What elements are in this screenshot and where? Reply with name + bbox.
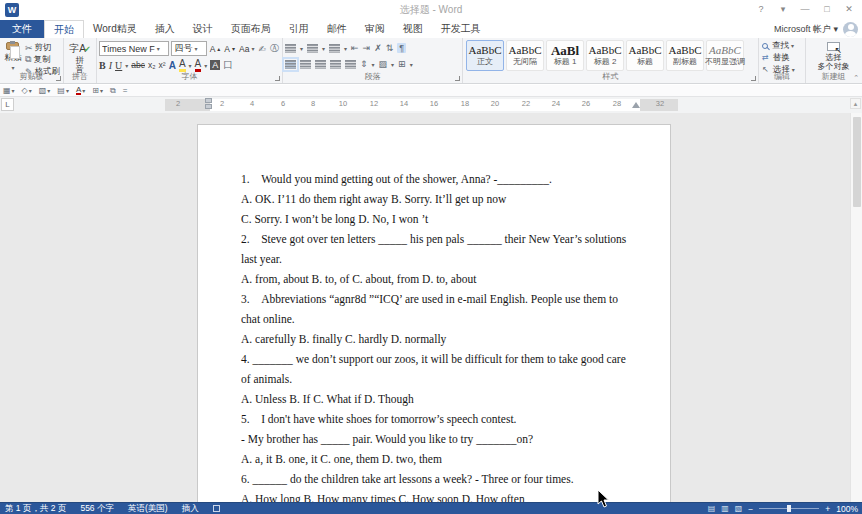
zoom-percentage[interactable]: 100% xyxy=(836,504,858,514)
superscript-button[interactable]: x² xyxy=(159,60,166,70)
page-button[interactable]: ▤▾ xyxy=(57,86,69,95)
multilevel-list-button[interactable] xyxy=(329,44,340,53)
style-normal[interactable]: AaBbC 正文 xyxy=(466,40,504,71)
styles-dialog-launcher[interactable] xyxy=(751,76,756,81)
font-size-select[interactable]: 四号▾ xyxy=(171,41,206,56)
style-heading1[interactable]: AaBl 标题 1 xyxy=(546,40,584,71)
maximize-button[interactable]: □ xyxy=(816,0,838,18)
paste-dropdown-caret[interactable]: ▾ xyxy=(11,64,14,71)
tab-word-wizard[interactable]: Word精灵 xyxy=(84,20,146,38)
replace-button[interactable]: ⇄替换 xyxy=(761,52,803,63)
style-subtle-emphasis[interactable]: AaBbC 不明显强调 xyxy=(706,40,744,71)
tab-file[interactable]: 文件 xyxy=(0,20,44,38)
tab-mailings[interactable]: 邮件 xyxy=(318,20,356,38)
insert-mode-indicator[interactable]: 插入 xyxy=(182,503,199,514)
tab-page-layout[interactable]: 页面布局 xyxy=(222,20,280,38)
hanging-indent-marker[interactable] xyxy=(205,104,212,109)
numbering-button[interactable] xyxy=(307,44,318,53)
doc-line[interactable]: last year. xyxy=(241,249,651,269)
print-layout-icon[interactable]: ▥ xyxy=(721,504,729,513)
select-multiple-objects-button[interactable]: 选择 多个对象 xyxy=(818,53,850,71)
macro-record-icon[interactable] xyxy=(213,505,220,512)
underline-button[interactable]: U xyxy=(115,60,122,71)
doc-line[interactable]: A. OK. I’11 do them right away B. Sorry.… xyxy=(241,189,651,209)
draw-table-button[interactable]: ▦▾ xyxy=(3,86,15,95)
close-button[interactable]: ✕ xyxy=(838,0,860,18)
tab-developer[interactable]: 开发工具 xyxy=(432,20,490,38)
doc-line[interactable]: 2. Steve got over ten letters _____ his … xyxy=(241,229,651,249)
zoom-out-button[interactable]: − xyxy=(748,504,753,514)
doc-line[interactable]: 3. Abbreviations “agnr8d ”“ICQ’ are used… xyxy=(241,289,651,309)
font-color-button[interactable]: A xyxy=(195,59,202,72)
italic-button[interactable]: I xyxy=(109,60,112,71)
first-line-indent-marker[interactable] xyxy=(205,98,212,103)
doc-line[interactable]: 4. _______ we don’t support our zoos, it… xyxy=(241,349,651,369)
phonetic-guide-button[interactable]: ✍ xyxy=(257,43,267,54)
chart-button[interactable]: ▧▾ xyxy=(39,86,51,95)
tab-view[interactable]: 视图 xyxy=(394,20,432,38)
horizontal-ruler[interactable]: L 2 2 4 6 8 10 12 14 16 18 20 22 24 26 2… xyxy=(0,97,862,113)
paste-button[interactable]: 粘贴 ▾ xyxy=(2,40,24,71)
select-objects-icon[interactable] xyxy=(827,42,840,51)
doc-line[interactable]: A. from, about B. to, of C. about, from … xyxy=(241,269,651,289)
account-menu[interactable]: Microsoft 帐户 ▾ xyxy=(774,23,838,36)
borders-button[interactable]: ⊞ xyxy=(398,59,406,69)
zoom-slider-thumb[interactable] xyxy=(787,505,791,512)
doc-line[interactable]: - My brother has _____ pair. Would you l… xyxy=(241,429,651,449)
text-effects-button[interactable]: A xyxy=(169,60,176,71)
page-indicator[interactable]: 第 1 页，共 2 页 xyxy=(5,503,66,514)
highlight-color-button[interactable]: A xyxy=(179,59,186,72)
style-heading2[interactable]: AaBbC 标题 2 xyxy=(586,40,624,71)
justify-button[interactable] xyxy=(330,60,341,69)
style-subtitle[interactable]: AaBbC 副标题 xyxy=(666,40,704,71)
language-indicator[interactable]: 英语(美国) xyxy=(128,503,168,514)
doc-line[interactable]: A. a, it B. one, it C. one, them D. two,… xyxy=(241,449,651,469)
subscript-button[interactable]: x₂ xyxy=(148,60,156,70)
copy-quick-button[interactable]: ⧉ xyxy=(110,86,116,96)
pinyin-icon[interactable]: 字A✔ xyxy=(69,42,90,56)
help-button[interactable]: ? xyxy=(750,0,772,18)
character-border-button[interactable]: Ⓐ xyxy=(269,43,280,54)
tab-insert[interactable]: 插入 xyxy=(146,20,184,38)
tab-home[interactable]: 开始 xyxy=(44,20,84,38)
tab-review[interactable]: 审阅 xyxy=(356,20,394,38)
decrease-indent-button[interactable]: ⇤ xyxy=(351,43,359,53)
doc-line[interactable]: C. Sorry. I won’t be long D. No, I won ’… xyxy=(241,209,651,229)
ribbon-options-button[interactable]: ▾ xyxy=(772,0,794,18)
doc-line[interactable]: of animals. xyxy=(241,369,651,389)
line-spacing-button[interactable]: ⇕ xyxy=(360,59,368,69)
shapes-button[interactable]: ◇▾ xyxy=(22,86,32,95)
doc-line[interactable]: chat online. xyxy=(241,309,651,329)
zoom-in-button[interactable]: + xyxy=(825,504,830,514)
clipboard-dialog-launcher[interactable] xyxy=(56,76,61,81)
shrink-font-button[interactable]: A▾ xyxy=(223,43,236,54)
cut-button[interactable]: ✂剪切 xyxy=(24,42,61,53)
minimize-button[interactable]: — xyxy=(794,0,816,18)
doc-line[interactable]: 1. Would you mind getting out of the sho… xyxy=(241,169,651,189)
document-page[interactable]: 1. Would you mind getting out of the sho… xyxy=(197,124,671,502)
tab-references[interactable]: 引用 xyxy=(280,20,318,38)
table-quick-button[interactable]: ⊞▾ xyxy=(92,86,103,95)
change-case-button[interactable]: Aa▾ xyxy=(238,43,255,54)
strikethrough-button[interactable]: abc xyxy=(131,60,145,70)
distribute-button[interactable] xyxy=(345,60,356,69)
style-no-spacing[interactable]: AaBbC 无间隔 xyxy=(506,40,544,71)
doc-line[interactable]: 6. ______ do the children take art lesso… xyxy=(241,469,651,489)
doc-line[interactable]: A. How long B. How many times C. How soo… xyxy=(241,489,651,502)
enclose-characters-button[interactable]: 囗 xyxy=(223,59,232,72)
scrollbar-thumb[interactable] xyxy=(853,117,861,207)
web-layout-icon[interactable]: ▧ xyxy=(735,504,743,513)
highlight-caret[interactable]: ▾ xyxy=(189,62,192,69)
account-avatar[interactable] xyxy=(843,22,858,37)
font-color-quick-button[interactable]: A▾ xyxy=(76,86,85,95)
word-count[interactable]: 556 个字 xyxy=(80,503,114,514)
paragraph-dialog-launcher[interactable] xyxy=(455,76,460,81)
show-marks-button[interactable]: ¶ xyxy=(397,43,406,53)
grow-font-button[interactable]: A▴ xyxy=(209,43,222,54)
shading-button[interactable]: ▨ xyxy=(379,59,388,69)
align-center-button[interactable] xyxy=(300,60,311,69)
right-indent-marker[interactable] xyxy=(632,102,640,108)
doc-line[interactable]: 5. I don't have white shoes for tomorrow… xyxy=(241,409,651,429)
style-title[interactable]: AaBbC 标题 xyxy=(626,40,664,71)
increase-indent-button[interactable]: ⇥ xyxy=(363,43,371,53)
